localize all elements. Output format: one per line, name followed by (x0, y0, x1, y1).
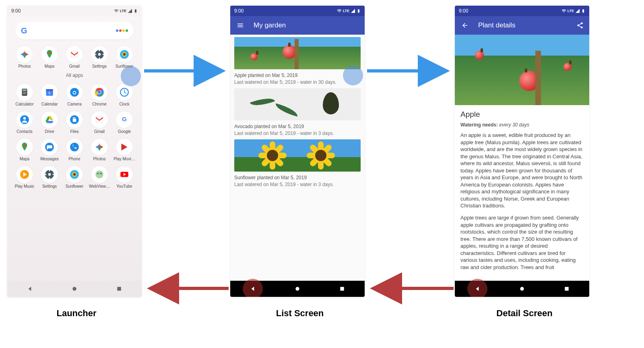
settings-icon (41, 166, 58, 183)
app-youtube[interactable]: YouTube (112, 164, 137, 191)
favorites-row: PhotosMapsGmailSettingsSunflower (7, 44, 142, 71)
svg-rect-62 (118, 287, 121, 290)
app-label: Settings (92, 64, 107, 68)
app-label: Calendar (41, 102, 58, 106)
status-icons: LTE (561, 8, 585, 14)
app-label: Photos (93, 157, 105, 161)
svg-rect-5 (99, 58, 100, 59)
app-phone[interactable]: Phone (62, 136, 87, 164)
app-sunflower[interactable]: Sunflower (62, 164, 87, 191)
app-photos[interactable]: Photos (87, 136, 112, 164)
phone-list: 9:00 LTE My garden Apple planted on Mar … (230, 6, 365, 297)
app-label: Sunflower (66, 184, 83, 188)
battery-icon (357, 8, 361, 14)
status-bar: 9:00 LTE (230, 6, 365, 16)
app-chrome[interactable]: Chrome (87, 81, 112, 109)
app-calculator[interactable]: Calculator (12, 81, 37, 109)
home-button[interactable] (289, 281, 305, 297)
app-label: Chrome (92, 102, 107, 106)
plant-card[interactable]: Apple planted on Mar 5, 2019Last watered… (234, 37, 361, 85)
app-label: Maps (20, 157, 29, 161)
paragraph-2: Apple trees are large if grown from seed… (460, 214, 584, 271)
plant-title: Apple (460, 110, 584, 119)
recents-button[interactable] (111, 281, 127, 297)
sunflower-icon (116, 46, 133, 63)
watering-needs: Watering needs: every 30 days (460, 122, 584, 128)
messages-icon (41, 139, 58, 155)
app-settings[interactable]: Settings (37, 164, 62, 191)
app-label: Phone (69, 157, 80, 161)
app-google[interactable]: GGoogle (112, 109, 137, 136)
app-files[interactable]: Files (62, 109, 87, 136)
webview-icon (91, 166, 108, 183)
nav-bar (455, 281, 589, 297)
settings-icon (91, 46, 108, 63)
app-playmovies[interactable]: Play Movi… (112, 136, 137, 164)
app-calendar[interactable]: 5Calendar (37, 81, 62, 109)
recents-button[interactable] (334, 281, 350, 297)
plant-line1: Avocado planted on Mar 5, 2019 (234, 124, 361, 129)
app-bar: Plant details (455, 16, 589, 35)
svg-point-38 (23, 144, 25, 146)
svg-point-63 (295, 287, 299, 290)
detail-content[interactable]: Apple Watering needs: every 30 days An a… (455, 105, 589, 280)
app-label: Camera (67, 102, 82, 106)
svg-point-3 (98, 53, 101, 56)
plant-card[interactable]: Sunflower planted on Mar 5, 2019Last wat… (234, 139, 361, 187)
svg-point-61 (72, 287, 76, 290)
app-bar-title: My garden (254, 21, 286, 29)
photos-icon (91, 139, 108, 155)
youtube-icon (116, 166, 133, 183)
sunflower-icon (66, 166, 83, 183)
app-gmail[interactable]: Gmail (62, 44, 87, 71)
svg-point-17 (24, 92, 25, 93)
back-button[interactable] (22, 281, 38, 297)
back-button[interactable] (245, 281, 261, 297)
camera-icon (66, 84, 83, 101)
svg-rect-6 (95, 54, 96, 55)
google-icon: G (116, 111, 133, 128)
home-button[interactable] (66, 281, 83, 297)
svg-rect-45 (49, 178, 50, 179)
svg-rect-66 (565, 287, 569, 290)
app-label: Play Music (15, 184, 34, 188)
recents-button[interactable] (559, 281, 575, 297)
app-label: Google (118, 129, 131, 134)
back-button[interactable] (469, 281, 485, 297)
svg-point-13 (123, 53, 126, 56)
nav-bar (230, 281, 365, 297)
paragraph-1: An apple is a sweet, edible fruit produc… (460, 132, 584, 209)
back-arrow-icon[interactable] (457, 22, 473, 29)
lte-label: LTE (568, 9, 574, 13)
svg-point-16 (23, 92, 24, 93)
plant-line2: Last watered on Mar 5, 2019 - water in 3… (234, 130, 361, 136)
app-webview[interactable]: WebView… (87, 164, 112, 191)
app-photos[interactable]: Photos (12, 44, 37, 71)
app-label: Maps (45, 64, 54, 68)
files-icon (66, 111, 83, 128)
svg-point-27 (73, 91, 75, 93)
svg-point-18 (25, 92, 26, 93)
assistant-icon[interactable] (116, 29, 128, 32)
home-button[interactable] (514, 281, 530, 297)
svg-rect-58 (97, 171, 98, 172)
status-time: 9:00 (459, 8, 468, 14)
menu-icon[interactable] (233, 22, 248, 29)
svg-point-65 (520, 287, 524, 290)
app-maps[interactable]: Maps (12, 136, 37, 164)
plant-card[interactable]: Avocado planted on Mar 5, 2019Last water… (234, 88, 361, 136)
app-settings[interactable]: Settings (87, 44, 112, 71)
app-label: Clock (119, 102, 129, 106)
app-gmail[interactable]: Gmail (87, 109, 112, 136)
search-bar[interactable]: G (15, 22, 134, 39)
status-bar: 9:00 LTE (7, 6, 142, 16)
app-maps[interactable]: Maps (37, 44, 62, 71)
hero-image (455, 35, 589, 105)
app-messages[interactable]: Messages (37, 136, 62, 164)
app-contacts[interactable]: Contacts (12, 109, 37, 136)
app-playmusic[interactable]: Play Music (12, 164, 37, 191)
share-icon[interactable] (576, 22, 587, 29)
app-camera[interactable]: Camera (62, 81, 87, 109)
phone-label-launcher: Launcher (6, 308, 147, 319)
app-drive[interactable]: Drive (37, 109, 62, 136)
